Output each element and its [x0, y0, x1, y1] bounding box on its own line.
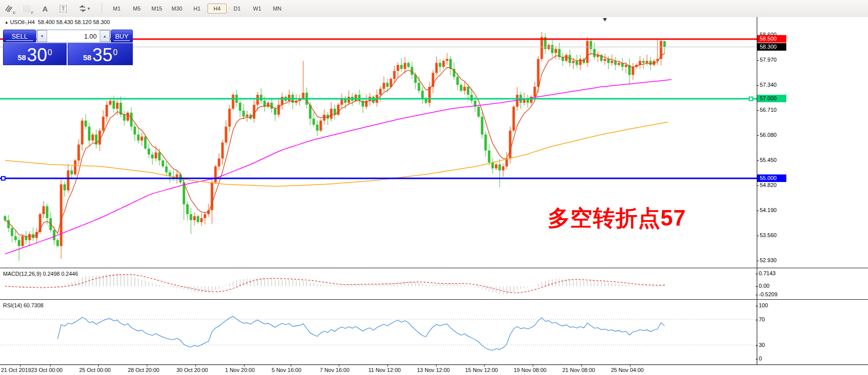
rsi-canvas[interactable] — [0, 301, 757, 364]
rsi-axis-label: 30 — [759, 342, 765, 348]
rsi-axis-label: 0 — [759, 355, 762, 361]
hline-57-handle — [749, 97, 753, 101]
hatch-icon — [5, 5, 14, 13]
time-tick-label: 11 Nov 12:00 — [368, 367, 401, 373]
buy-price-big: 35 — [92, 47, 112, 64]
macd-axis-label: 0.7143 — [759, 270, 776, 276]
buy-button-label: BUY — [115, 33, 129, 40]
time-tick-mark — [630, 365, 630, 366]
timeframe-button-m1[interactable]: M1 — [107, 4, 126, 14]
mt4-window: { "toolbar": { "icon_e_sub": "E", "icon_… — [0, 0, 868, 375]
time-tick-label: 5 Nov 16:00 — [272, 367, 301, 373]
chart-area[interactable]: ▲USOil-,H4 58.400 58.430 58.120 58.300 多… — [0, 17, 868, 375]
price-tick-label: 52.930 — [760, 257, 777, 263]
time-tick-mark — [436, 365, 437, 366]
macd-axis-label: 0.00 — [759, 283, 769, 289]
time-tick-mark — [291, 365, 291, 366]
chart-annotation-text[interactable]: 多空转折点57 — [548, 204, 686, 233]
one-click-trading-panel: SELL ▼ ▲ BUY 58 30 0 58 35 — [3, 30, 132, 63]
rsi-axis-label: 70 — [759, 316, 765, 322]
text-box-button[interactable]: T — [55, 2, 71, 16]
time-tick-label: 25 Oct 00:00 — [79, 367, 111, 373]
spin-down-icon: ▼ — [40, 34, 44, 39]
timeframe-button-m5[interactable]: M5 — [127, 4, 146, 14]
time-tick-mark — [533, 365, 533, 366]
time-tick-mark — [20, 365, 21, 366]
time-tick-mark — [98, 365, 99, 366]
shift-marker-icon — [603, 18, 607, 22]
ohlc-values: 58.400 58.430 58.120 58.300 — [38, 19, 110, 25]
text-label-button[interactable]: A — [37, 2, 53, 16]
timeframe-button-m30[interactable]: M30 — [167, 4, 186, 14]
toolbar: E F A T ▾ M1M5M15M30H1H4D1W1MN — [0, 0, 868, 18]
time-tick-label: 28 Oct 20:00 — [128, 367, 159, 373]
time-tick-label: 7 Nov 16:00 — [320, 367, 349, 373]
symbol-ohlc-line: ▲USOil-,H4 58.400 58.430 58.120 58.300 — [5, 19, 110, 25]
hline-55-handle — [2, 176, 5, 180]
sell-price-sup: 0 — [48, 49, 52, 57]
volume-increase-button[interactable]: ▲ — [100, 30, 110, 42]
price-badge-58.300: 58.300 — [757, 43, 786, 51]
sell-price-small: 58 — [18, 53, 26, 62]
price-tick-label: 54.190 — [760, 207, 777, 213]
price-tick-label: 53.560 — [760, 232, 777, 238]
letter-a-icon: A — [43, 5, 48, 13]
price-tick-label: 57.340 — [760, 82, 777, 88]
timeframe-button-d1[interactable]: D1 — [228, 4, 247, 14]
buy-button[interactable]: BUY — [111, 30, 133, 43]
volume-input[interactable] — [47, 30, 100, 42]
time-tick-mark — [387, 365, 388, 366]
macd-pane[interactable]: MACD(12,26,9) 0.2498 0.2446 — [0, 269, 868, 299]
price-axis-line — [757, 17, 757, 364]
symbol-label: USOil-,H4 — [10, 19, 35, 25]
time-tick-mark — [244, 365, 245, 366]
timeframe-button-m15[interactable]: M15 — [147, 4, 166, 14]
draw-hatch-tool-button[interactable]: E — [1, 2, 17, 16]
cycle-arrows-button[interactable]: ▾ — [73, 2, 95, 16]
time-tick-label: 15 Nov 12:00 — [465, 367, 498, 373]
time-tick-mark — [484, 365, 485, 366]
macd-canvas[interactable] — [0, 269, 757, 299]
dropdown-caret-icon: ▾ — [88, 6, 90, 11]
rsi-pane[interactable]: RSI(14) 60.7308 — [0, 301, 868, 364]
time-axis[interactable]: 21 Oct 201923 Oct 00:0025 Oct 00:0028 Oc… — [0, 364, 868, 375]
hatch-sub-label: E — [13, 11, 16, 15]
price-pane[interactable]: ▲USOil-,H4 58.400 58.430 58.120 58.300 多… — [0, 17, 868, 268]
price-badge-58.500: 58.500 — [757, 35, 786, 43]
timeframe-button-w1[interactable]: W1 — [248, 4, 267, 14]
macd-label: MACD(12,26,9) 0.2498 0.2446 — [3, 271, 78, 277]
sell-button-label: SELL — [12, 33, 28, 40]
collapse-arrow-icon: ▲ — [5, 20, 9, 25]
time-tick-label: 25 Nov 04:00 — [611, 367, 643, 373]
price-tick-label: 56.080 — [760, 132, 777, 138]
price-tick-label: 55.450 — [760, 157, 777, 163]
sell-price-big: 30 — [27, 47, 47, 64]
double-arrow-icon — [79, 5, 87, 12]
buy-price-sup: 0 — [113, 49, 117, 57]
boxed-t-icon: T — [60, 5, 67, 13]
volume-decrease-button[interactable]: ▼ — [37, 30, 47, 42]
volume-spinner: ▼ ▲ — [37, 30, 110, 43]
time-tick-label: 13 Nov 12:00 — [417, 367, 450, 373]
time-tick-label: 1 Nov 20:00 — [225, 367, 255, 373]
price-tick-label: 57.970 — [760, 57, 777, 63]
time-tick-label: 19 Nov 08:00 — [514, 367, 546, 373]
sell-button[interactable]: SELL — [3, 30, 36, 43]
time-tick-label: 21 Oct 2019 — [1, 367, 31, 373]
price-tick-label: 54.820 — [760, 182, 777, 188]
spin-up-icon: ▲ — [103, 34, 107, 39]
macd-axis-label: -0.5209 — [759, 291, 777, 297]
timeframe-button-h4[interactable]: H4 — [207, 4, 227, 14]
grid-tool-button[interactable]: F — [19, 2, 35, 16]
timeframe-button-mn[interactable]: MN — [268, 4, 287, 14]
sell-price-tile[interactable]: 58 30 0 — [3, 43, 67, 65]
buy-price-tile[interactable]: 58 35 0 — [68, 43, 133, 65]
toolbar-separator — [101, 3, 104, 15]
price-tick-label: 56.710 — [760, 107, 777, 113]
time-tick-label: 23 Oct 00:00 — [31, 367, 63, 373]
timeframe-button-h1[interactable]: H1 — [187, 4, 206, 14]
buy-price-small: 58 — [83, 53, 92, 62]
grid-sub-label: F — [31, 11, 34, 15]
time-tick-label: 30 Oct 20:00 — [176, 367, 208, 373]
price-badge-57.000: 57.000 — [757, 95, 786, 102]
